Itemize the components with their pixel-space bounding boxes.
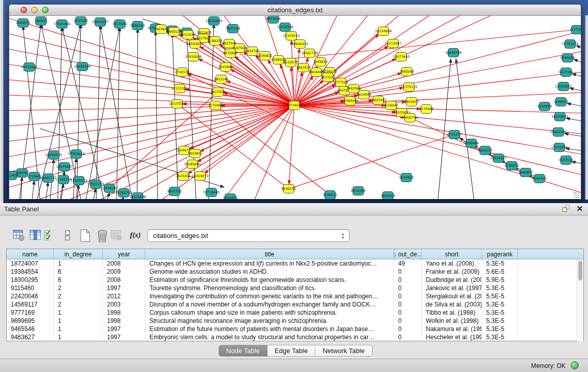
network-node[interactable]: 9227342: [559, 68, 573, 77]
network-canvas[interactable]: 1905572160432375914062937151106532871527…: [9, 16, 581, 199]
network-node[interactable]: 8912934: [181, 31, 195, 39]
network-node[interactable]: 1117053: [570, 26, 581, 34]
table-row[interactable]: 1830029562008Estimation of significance …: [7, 276, 583, 284]
combobox-stepper-icon[interactable]: ▲▼: [340, 231, 345, 240]
network-node[interactable]: 13942737: [40, 174, 57, 183]
table-cell[interactable]: 1997: [103, 284, 145, 292]
network-edge[interactable]: [215, 105, 330, 195]
network-node[interactable]: 9857791: [167, 187, 182, 196]
table-cell[interactable]: Changes of HCN gene expression and I(f) …: [145, 259, 394, 268]
table-cell[interactable]: 18724007: [7, 259, 54, 268]
network-edge[interactable]: [456, 59, 474, 199]
network-node[interactable]: 9245012: [323, 191, 337, 200]
float-panel-icon[interactable]: [562, 205, 570, 212]
network-edge[interactable]: [9, 105, 294, 157]
network-node[interactable]: 37591406: [54, 20, 71, 29]
network-node[interactable]: 8813054: [266, 16, 280, 24]
select-rows-icon[interactable]: [44, 229, 54, 242]
table-cell[interactable]: Structural magnetic resonance image aver…: [145, 317, 394, 325]
table-cell[interactable]: 2003: [103, 300, 145, 309]
column-header-pagerank[interactable]: pagerank: [482, 249, 518, 259]
table-cell[interactable]: 0: [394, 333, 422, 341]
table-cell[interactable]: Yano et al. (2008): [422, 259, 482, 268]
network-node[interactable]: 12213384: [171, 84, 188, 93]
network-node[interactable]: 1244415: [554, 98, 568, 106]
table-cell[interactable]: 1: [54, 333, 103, 341]
table-cell[interactable]: 1: [54, 259, 103, 268]
network-node[interactable]: 7625402: [176, 172, 190, 181]
table-selector-combobox[interactable]: citations_edges.txt ▲▼: [147, 229, 350, 242]
network-node[interactable]: 9777169: [334, 78, 348, 87]
network-node[interactable]: 9466160: [130, 21, 145, 30]
table-cell[interactable]: Corpus callosum shape and size in male p…: [145, 309, 394, 317]
network-node[interactable]: 9115460: [419, 105, 433, 114]
table-cell[interactable]: 5.6E-5: [482, 268, 518, 276]
network-node[interactable]: 1167530: [559, 156, 573, 165]
network-node[interactable]: 16694527: [490, 154, 507, 163]
network-edge[interactable]: [77, 24, 81, 199]
table-cell[interactable]: 2012: [103, 292, 145, 300]
table-cell[interactable]: Investigating the contribution of common…: [145, 292, 394, 300]
table-cell[interactable]: Nakamura et al. (1997): [422, 325, 482, 333]
table-cell[interactable]: 2008: [103, 259, 145, 268]
table-cell[interactable]: 9465546: [7, 325, 54, 333]
table-cell[interactable]: 19384554: [7, 268, 54, 276]
table-cell[interactable]: 9115460: [7, 284, 54, 292]
table-cell[interactable]: 0: [394, 300, 422, 309]
table-cell[interactable]: 5.3E-5: [482, 284, 518, 292]
network-node[interactable]: 8427552: [211, 88, 225, 97]
network-node[interactable]: 9146821: [258, 52, 272, 60]
table-cell[interactable]: 0: [394, 317, 422, 325]
new-document-icon[interactable]: [79, 229, 92, 243]
network-node[interactable]: 9246301: [532, 174, 547, 183]
table-cell[interactable]: 49: [394, 259, 422, 268]
table-row[interactable]: 946362711997Embryonic stem cells: a mode…: [7, 333, 583, 341]
table-row[interactable]: 1456911722003Disruption of a novel membe…: [7, 300, 583, 309]
table-cell[interactable]: Estimation of the future numbers of pati…: [145, 325, 394, 333]
network-node[interactable]: 15692901: [550, 128, 567, 137]
table-cell[interactable]: Stergiakouli et al. (2012): [422, 292, 482, 300]
network-node[interactable]: 7485063: [400, 68, 414, 76]
network-node[interactable]: 9463627: [404, 98, 419, 106]
network-edge[interactable]: [294, 105, 581, 134]
table-cell[interactable]: Hescheler et al. (1997): [422, 333, 482, 341]
table-row[interactable]: 1938455462009Genome-wide association stu…: [7, 268, 583, 276]
table-cell[interactable]: 2: [54, 284, 103, 292]
table-cell[interactable]: 5.3E-5: [482, 317, 518, 325]
table-cell[interactable]: 14569117: [7, 300, 54, 309]
network-node[interactable]: 12093872: [555, 82, 572, 91]
table-cell[interactable]: 1998: [103, 309, 145, 317]
table-cell[interactable]: 2: [54, 300, 103, 309]
network-edge[interactable]: [32, 181, 34, 199]
network-node[interactable]: 8216043: [384, 101, 398, 110]
network-node[interactable]: 1527602: [113, 20, 127, 29]
table-cell[interactable]: 0: [394, 292, 422, 300]
table-settings-icon[interactable]: [13, 229, 25, 242]
network-edge[interactable]: [576, 46, 581, 48]
table-cell[interactable]: 18300295: [7, 276, 54, 284]
network-node[interactable]: 1093475: [223, 194, 237, 200]
table-row[interactable]: 977716911998Corpus callosum shape and si…: [7, 309, 583, 317]
column-header-short[interactable]: short: [422, 249, 482, 259]
table-cell[interactable]: de Silva et al. (2003): [422, 300, 482, 309]
network-node[interactable]: 2803144: [214, 75, 228, 84]
network-node[interactable]: 1524815: [399, 173, 413, 182]
table-cell[interactable]: 1: [54, 317, 103, 325]
network-edge[interactable]: [566, 118, 581, 121]
network-edge[interactable]: [9, 105, 294, 111]
network-node[interactable]: 16154808: [375, 27, 392, 36]
table-cell[interactable]: Estimation of significance thresholds fo…: [145, 276, 394, 284]
table-cell[interactable]: 5.3E-5: [482, 325, 518, 333]
table-cell[interactable]: 2: [54, 292, 103, 300]
table-cell[interactable]: 5.3E-5: [482, 333, 518, 341]
table-cell[interactable]: 0: [394, 284, 422, 292]
network-node[interactable]: 8186328: [208, 37, 222, 46]
network-edge[interactable]: [62, 27, 104, 199]
function-builder-icon[interactable]: f(x): [130, 231, 141, 239]
network-node[interactable]: 1595854: [537, 102, 552, 111]
network-node[interactable]: 19218506: [277, 23, 294, 32]
vertical-scrollbar[interactable]: [577, 259, 583, 341]
table-cell[interactable]: Dudbridge et al. (2008): [422, 276, 482, 284]
network-edge[interactable]: [574, 59, 581, 62]
table-cell[interactable]: 6: [54, 276, 103, 284]
